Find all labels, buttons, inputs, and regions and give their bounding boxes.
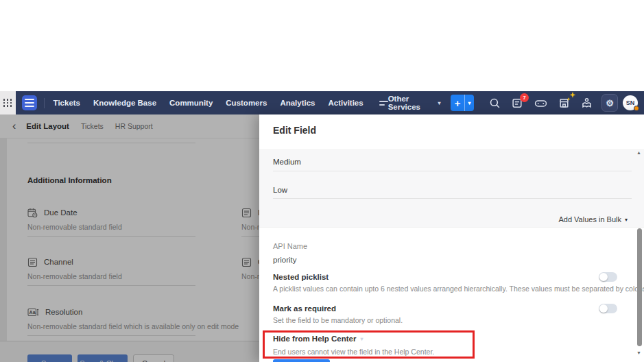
nested-picklist-toggle[interactable] <box>599 272 617 282</box>
mark-as-required-toggle[interactable] <box>599 304 617 313</box>
nav-item-community[interactable]: Community <box>169 99 213 107</box>
presence-dot <box>634 106 639 111</box>
layout-editor-area: ‹ Edit Layout Tickets HR Support Additio… <box>0 114 259 362</box>
value-underline <box>273 171 632 171</box>
app-launcher-button[interactable] <box>0 91 16 114</box>
modal-dim-overlay <box>0 114 259 362</box>
other-services-label: Other Services <box>388 95 434 111</box>
quick-add-button[interactable]: + ▾ <box>451 95 474 111</box>
nav-more-lines-icon[interactable] <box>379 101 388 106</box>
search-button[interactable] <box>489 97 501 109</box>
picklist-values-block: Medium Low Add Values in Bulk ▾ <box>259 149 644 228</box>
nested-picklist-label: Nested picklist <box>273 273 329 281</box>
nav-divider <box>44 98 45 108</box>
setup-button[interactable]: ⚙ <box>601 94 618 112</box>
marketplace-button[interactable] <box>558 97 570 109</box>
mark-as-required-label: Mark as required <box>273 304 336 313</box>
scrollbar-down-arrow[interactable]: ▼ <box>636 350 641 355</box>
chevron-down-icon: ▾ <box>360 336 363 342</box>
plus-icon: + <box>451 95 464 111</box>
sparkles-icon <box>566 92 577 103</box>
picklist-value-low[interactable]: Low <box>273 186 287 194</box>
edit-field-panel: Edit Field Medium Low Add Values in Bulk… <box>259 114 644 362</box>
nested-picklist-desc: A picklist values can contain upto 6 nes… <box>273 285 644 293</box>
hide-from-help-center-label: Hide from Help Center <box>273 335 356 343</box>
add-values-in-bulk-label: Add Values in Bulk <box>558 215 621 224</box>
nav-item-tickets[interactable]: Tickets <box>53 99 80 107</box>
nav-item-activities[interactable]: Activities <box>329 99 363 107</box>
grid-icon <box>3 99 12 107</box>
panel-title: Edit Field <box>273 125 316 136</box>
chevron-down-icon: ▾ <box>468 100 470 106</box>
zoho-desk-logo[interactable] <box>22 95 37 110</box>
chevron-down-icon: ▾ <box>625 217 628 223</box>
search-icon <box>489 97 501 109</box>
gear-icon: ⚙ <box>606 98 614 108</box>
app-screen: Tickets Knowledge Base Community Custome… <box>0 0 644 362</box>
other-services-dropdown[interactable]: Other Services ▾ <box>388 95 441 111</box>
api-name-value: priority <box>273 256 297 264</box>
nav-item-analytics[interactable]: Analytics <box>280 99 315 107</box>
user-guide-button[interactable] <box>581 97 593 109</box>
top-navbar: Tickets Knowledge Base Community Custome… <box>0 91 644 114</box>
hide-from-help-center-dropdown[interactable]: Hide from Help Center ▾ <box>273 335 363 343</box>
avatar[interactable]: SN <box>623 95 638 110</box>
mark-as-required-desc: Set the field to be mandatory or optiona… <box>273 316 403 324</box>
scrollbar-thumb[interactable] <box>637 228 642 346</box>
gamepad-icon <box>534 97 547 109</box>
hide-from-help-center-desc: End users cannot view the field in the H… <box>273 348 434 356</box>
nav-menu: Tickets Knowledge Base Community Custome… <box>53 99 363 107</box>
notification-badge: 7 <box>520 93 529 102</box>
avatar-initials: SN <box>626 99 635 106</box>
nav-item-knowledge-base[interactable]: Knowledge Base <box>93 99 156 107</box>
quick-add-caret[interactable]: ▾ <box>464 95 474 111</box>
panel-save-button[interactable] <box>273 359 330 362</box>
reader-icon <box>581 97 593 109</box>
chevron-down-icon: ▾ <box>438 100 440 106</box>
feedback-button[interactable]: 7 <box>512 97 523 109</box>
picklist-value-medium[interactable]: Medium <box>273 158 301 166</box>
api-name-label: API Name <box>273 242 307 250</box>
scrollbar-up-arrow[interactable]: ▲ <box>636 150 641 155</box>
nav-item-customers[interactable]: Customers <box>226 99 267 107</box>
value-underline <box>273 198 632 199</box>
add-values-in-bulk-link[interactable]: Add Values in Bulk ▾ <box>558 215 628 224</box>
gamescope-button[interactable] <box>534 97 547 109</box>
